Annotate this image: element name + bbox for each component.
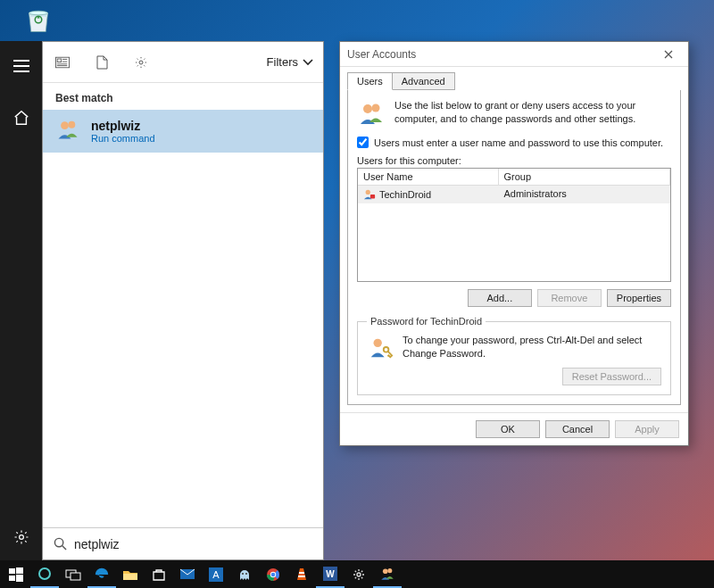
- svg-point-12: [54, 538, 62, 546]
- letter-a-icon: A: [209, 567, 223, 582]
- reset-password-button: Reset Password...: [562, 368, 661, 385]
- taskbar-mail[interactable]: [173, 560, 202, 588]
- gear-icon[interactable]: [130, 52, 152, 73]
- windows-icon: [9, 567, 23, 582]
- svg-point-15: [372, 104, 380, 112]
- start-button[interactable]: [2, 560, 30, 588]
- intro-text: Use the list below to grant or deny user…: [394, 99, 671, 128]
- result-title: netplwiz: [91, 119, 155, 133]
- user-name: TechinDroid: [379, 189, 431, 200]
- taskbar-vlc[interactable]: [287, 560, 316, 588]
- svg-rect-4: [57, 59, 61, 62]
- dialog-footer: OK Cancel Apply: [340, 412, 688, 445]
- column-group[interactable]: Group: [499, 169, 671, 186]
- users-icon: [357, 99, 386, 128]
- edge-icon: [94, 566, 110, 582]
- filters-dropdown[interactable]: Filters: [267, 55, 314, 69]
- svg-rect-37: [299, 572, 304, 574]
- password-group: Password for TechinDroid To change your …: [357, 316, 671, 395]
- document-icon[interactable]: [91, 52, 112, 73]
- properties-button[interactable]: Properties: [607, 289, 671, 307]
- vlc-icon: [295, 567, 308, 582]
- search-input-row: [43, 527, 323, 559]
- svg-point-43: [387, 568, 392, 573]
- taskbar-a[interactable]: A: [202, 560, 230, 588]
- svg-point-9: [139, 61, 143, 64]
- mail-icon: [179, 568, 195, 580]
- taskbar: A W: [0, 560, 714, 588]
- taskbar-taskview[interactable]: [59, 560, 87, 588]
- svg-point-41: [357, 573, 361, 576]
- svg-point-42: [383, 568, 388, 574]
- svg-point-36: [271, 572, 276, 576]
- require-password-checkbox-row[interactable]: Users must enter a user name and passwor…: [357, 137, 671, 148]
- taskbar-word[interactable]: W: [316, 560, 345, 588]
- taskbar-store[interactable]: [145, 560, 173, 588]
- taskbar-explorer[interactable]: [116, 560, 145, 588]
- svg-rect-17: [370, 195, 375, 198]
- search-result-netplwiz[interactable]: netplwiz Run command: [43, 110, 323, 153]
- add-button[interactable]: Add...: [468, 289, 532, 307]
- ok-button[interactable]: OK: [476, 420, 540, 438]
- search-input[interactable]: [74, 537, 312, 551]
- users-list[interactable]: User Name Group TechinDroid Administrato…: [357, 168, 671, 282]
- svg-point-10: [61, 121, 69, 129]
- chevron-down-icon: [302, 58, 314, 67]
- svg-point-24: [39, 568, 50, 579]
- hamburger-icon[interactable]: [0, 50, 42, 82]
- store-icon: [152, 567, 166, 582]
- svg-point-14: [363, 104, 372, 113]
- close-icon: [664, 50, 673, 59]
- best-match-header: Best match: [43, 83, 323, 110]
- user-group: Administrators: [499, 186, 671, 203]
- tab-users[interactable]: Users: [347, 72, 393, 90]
- taskview-icon: [65, 568, 81, 581]
- chrome-icon: [266, 567, 280, 582]
- column-username[interactable]: User Name: [358, 169, 499, 186]
- taskbar-edge[interactable]: [87, 560, 116, 588]
- users-icon: [55, 117, 80, 145]
- user-icon: [363, 188, 376, 201]
- folder-icon: [122, 568, 138, 581]
- close-button[interactable]: [656, 45, 681, 64]
- taskbar-netplwiz[interactable]: [373, 560, 402, 588]
- cortana-rail: [0, 41, 42, 560]
- svg-rect-22: [9, 576, 15, 581]
- svg-rect-27: [123, 574, 137, 580]
- user-accounts-dialog: User Accounts Users Advanced Use the lis…: [339, 41, 689, 446]
- gear-icon[interactable]: [0, 521, 42, 553]
- gear-icon: [352, 567, 366, 582]
- tab-advanced[interactable]: Advanced: [393, 72, 455, 90]
- taskbar-settings[interactable]: [345, 560, 373, 588]
- svg-point-11: [68, 121, 75, 128]
- require-password-checkbox[interactable]: [357, 137, 369, 148]
- taskbar-chrome[interactable]: [259, 560, 287, 588]
- cancel-button[interactable]: Cancel: [545, 420, 610, 438]
- recycle-bin[interactable]: [22, 4, 54, 39]
- result-subtitle: Run command: [91, 133, 155, 144]
- svg-text:A: A: [212, 569, 220, 580]
- apps-icon[interactable]: [52, 52, 73, 73]
- taskbar-cortana[interactable]: [30, 560, 59, 588]
- svg-rect-20: [9, 568, 15, 574]
- search-toolbar: Filters: [43, 42, 323, 83]
- tab-content-users: Use the list below to grant or deny user…: [347, 90, 681, 405]
- dialog-titlebar[interactable]: User Accounts: [340, 42, 688, 67]
- table-row[interactable]: TechinDroid Administrators: [358, 186, 670, 203]
- cortana-search-panel: Filters Best match netplwiz Run command: [42, 41, 324, 560]
- svg-point-18: [374, 339, 382, 347]
- password-legend: Password for TechinDroid: [367, 316, 486, 327]
- home-icon[interactable]: [0, 102, 42, 134]
- users-icon: [379, 566, 395, 582]
- svg-rect-38: [298, 576, 305, 577]
- svg-point-16: [366, 190, 370, 195]
- key-user-icon: [367, 334, 394, 360]
- taskbar-ghost[interactable]: [230, 560, 259, 588]
- svg-point-0: [29, 11, 48, 15]
- svg-line-13: [62, 546, 66, 550]
- svg-point-31: [242, 573, 244, 575]
- apply-button: Apply: [615, 420, 679, 438]
- search-icon: [54, 537, 67, 551]
- dialog-title: User Accounts: [347, 48, 416, 61]
- checkbox-label: Users must enter a user name and passwor…: [374, 137, 663, 148]
